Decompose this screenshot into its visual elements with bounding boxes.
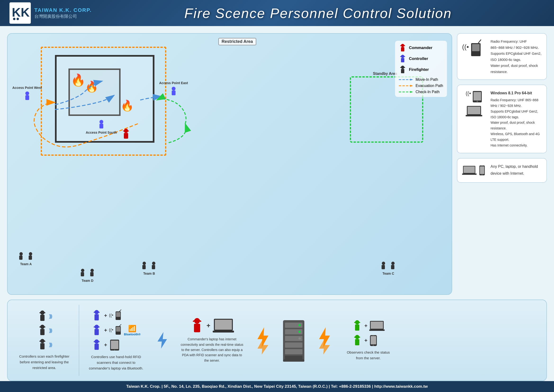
observer-rows: + + bbox=[352, 320, 385, 347]
svg-rect-77 bbox=[116, 327, 120, 332]
svg-rect-106 bbox=[355, 324, 359, 331]
team-b: Team B bbox=[140, 261, 158, 275]
svg-rect-74 bbox=[95, 329, 99, 335]
svg-line-46 bbox=[478, 40, 481, 43]
logo-text: TAIWAN K.K. CORP. 台灣開廣股份有限公司 bbox=[34, 7, 92, 19]
legend-evacuation-arrow bbox=[399, 84, 413, 88]
svg-rect-62 bbox=[40, 315, 45, 321]
logo-box: KK bbox=[9, 2, 31, 24]
legend-firefighter-label: Firefighter bbox=[409, 67, 429, 72]
standby-area-label: Standby Area bbox=[373, 72, 397, 76]
svg-text:KK: KK bbox=[12, 6, 30, 19]
svg-point-13 bbox=[19, 252, 23, 255]
pc-card: Any PC, laptop, or handhold device with … bbox=[457, 158, 547, 183]
svg-point-25 bbox=[81, 269, 84, 272]
svg-point-23 bbox=[391, 262, 395, 265]
svg-text:((•: ((• bbox=[466, 90, 471, 96]
svg-rect-60 bbox=[481, 166, 483, 166]
team-b-person-1 bbox=[140, 261, 148, 271]
svg-rect-58 bbox=[480, 166, 484, 174]
laptop-icon bbox=[466, 104, 482, 117]
pc-icon-area bbox=[462, 163, 486, 177]
logo-en: TAIWAN K.K. CORP. bbox=[34, 7, 92, 14]
svg-rect-102 bbox=[283, 359, 304, 362]
info-panel: ((• Radio Frequency: UHF 865~868 MHz / 9… bbox=[457, 33, 547, 295]
rfid-scanner-icon: ((• bbox=[462, 38, 483, 57]
legend-checkin-arrow bbox=[399, 90, 413, 94]
svg-rect-32 bbox=[401, 47, 404, 51]
svg-rect-82 bbox=[111, 341, 118, 349]
svg-text:((•: ((• bbox=[462, 43, 469, 50]
svg-rect-55 bbox=[464, 166, 475, 173]
blue-lightning-area bbox=[153, 331, 172, 350]
team-a: Team A bbox=[17, 252, 35, 266]
rfid-1: ((• bbox=[109, 309, 122, 322]
legend-movein-label: Move-In Path bbox=[416, 77, 438, 82]
access-point-west: Access Point West bbox=[12, 86, 42, 101]
commander-workflow-icon bbox=[190, 318, 204, 334]
orange-lightning-icon bbox=[252, 326, 274, 355]
blue-lightning-icon bbox=[153, 331, 172, 350]
legend-checkin-label: Check-In Path bbox=[416, 90, 439, 94]
tablet-icon: ((• bbox=[466, 90, 482, 103]
svg-rect-14 bbox=[19, 255, 22, 260]
svg-rect-113 bbox=[371, 336, 376, 344]
ff-3 bbox=[37, 338, 48, 351]
svg-point-59 bbox=[482, 174, 483, 175]
footer: Taiwan K.K. Crop. | 5F., No. 14, Ln. 235… bbox=[0, 381, 554, 392]
svg-point-27 bbox=[90, 269, 94, 272]
svg-point-7 bbox=[25, 91, 29, 95]
workflow-text-1: Controllers scan each firefighter before… bbox=[18, 354, 70, 371]
commander-in-scene bbox=[121, 128, 131, 141]
obs-laptop bbox=[369, 320, 385, 332]
svg-point-94 bbox=[298, 324, 301, 326]
svg-rect-34 bbox=[401, 58, 404, 62]
svg-marker-40 bbox=[410, 85, 413, 87]
ctrl-1 bbox=[91, 309, 102, 322]
rfid-card-text: Radio Frequency: UHF 865~868 MHz / 902~9… bbox=[491, 38, 542, 75]
orange-lightning-icon-2 bbox=[314, 326, 335, 355]
scene-panel: Restricted Area 🔥 🔥 🔥 bbox=[7, 33, 452, 295]
svg-rect-12 bbox=[99, 124, 103, 128]
access-point-east-icon bbox=[169, 86, 178, 97]
svg-rect-18 bbox=[142, 265, 146, 269]
legend-evacuation-label: Evacuation Path bbox=[416, 84, 443, 88]
laptop-workflow-icon bbox=[213, 318, 234, 334]
svg-rect-10 bbox=[172, 91, 175, 95]
svg-rect-101 bbox=[285, 356, 303, 359]
legend-controller-label: Controller bbox=[409, 56, 428, 61]
svg-rect-80 bbox=[95, 344, 99, 350]
access-point-south: Access Point South bbox=[86, 119, 117, 134]
observer-1 bbox=[352, 320, 363, 332]
ctrl-2 bbox=[91, 324, 102, 336]
svg-rect-49 bbox=[473, 92, 481, 100]
flame-2: 🔥 bbox=[85, 80, 98, 93]
svg-text:((•: ((• bbox=[109, 328, 113, 332]
observer-2 bbox=[352, 334, 363, 347]
svg-rect-28 bbox=[90, 272, 94, 276]
ff-2 bbox=[37, 324, 48, 336]
svg-rect-26 bbox=[81, 272, 84, 276]
orange-lightning-area-2 bbox=[314, 326, 335, 355]
svg-point-50 bbox=[477, 101, 478, 102]
legend-commander-icon bbox=[399, 44, 406, 52]
page-title: Fire Scence Personnel Control Solution bbox=[92, 5, 545, 21]
svg-point-2 bbox=[13, 18, 15, 20]
firefighter-rows: )))) )))) bbox=[37, 310, 52, 351]
logo-zh: 台灣開廣股份有限公司 bbox=[34, 14, 92, 19]
svg-point-15 bbox=[29, 252, 32, 255]
logo-area: KK TAIWAN K.K. CORP. 台灣開廣股份有限公司 bbox=[9, 2, 92, 24]
svg-marker-42 bbox=[410, 91, 413, 93]
workflow-section: )))) )))) bbox=[7, 300, 547, 381]
svg-point-17 bbox=[143, 262, 146, 265]
pc-phone-icon bbox=[478, 163, 486, 177]
workflow-text-3: Commander's laptop has internet connecti… bbox=[180, 336, 244, 363]
footer-text: Taiwan K.K. Crop. | 5F., No. 14, Ln. 235… bbox=[126, 384, 428, 389]
team-c-person-2 bbox=[389, 261, 397, 271]
svg-point-9 bbox=[172, 87, 175, 91]
svg-marker-104 bbox=[319, 337, 330, 355]
tablet-card: ((• Windows 8.1 Pro 64-bit bbox=[457, 85, 547, 153]
access-point-east: Access Point East bbox=[159, 81, 188, 97]
svg-rect-88 bbox=[215, 320, 232, 330]
tablet-workflow bbox=[109, 339, 122, 351]
